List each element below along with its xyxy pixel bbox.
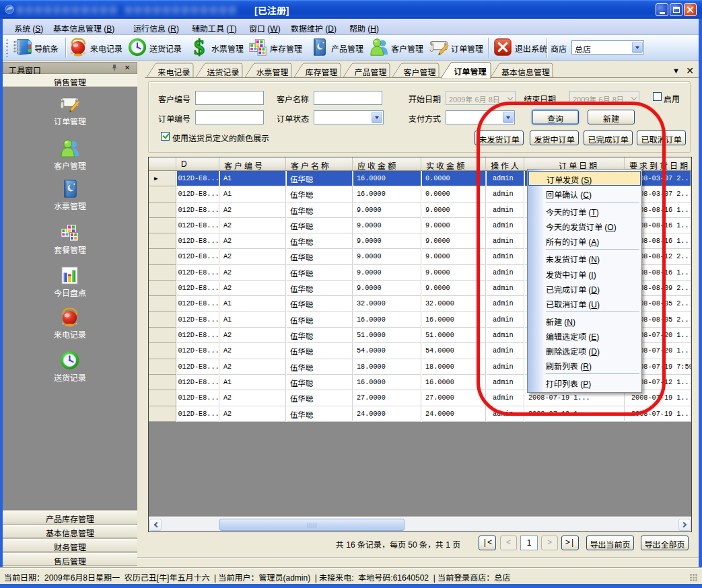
svg-text:$: $: [194, 37, 205, 57]
